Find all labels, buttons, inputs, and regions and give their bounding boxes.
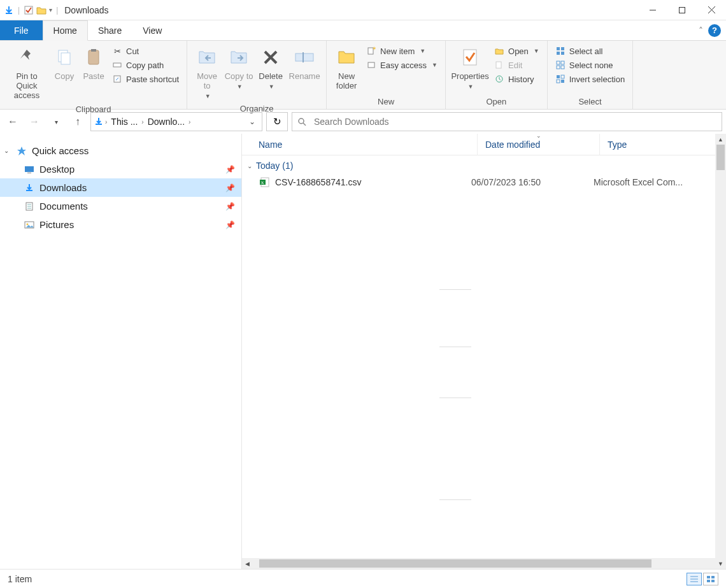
file-row[interactable]: X CSV-1688658741.csv 06/07/2023 16:50 Mi… — [247, 175, 726, 190]
nav-documents[interactable]: Documents 📌 — [0, 197, 241, 215]
copy-button[interactable]: Copy — [50, 43, 79, 83]
pin-icon: 📌 — [225, 183, 235, 192]
recent-locations-button[interactable]: ▾ — [47, 113, 65, 131]
chevron-right-icon[interactable]: › — [187, 118, 192, 125]
ribbon-group-select: Select all Select none Invert selection … — [548, 41, 633, 109]
column-name[interactable]: Name — [242, 134, 478, 155]
checkbox-qat-icon[interactable] — [24, 5, 34, 15]
content-pane: Name ⌄Date modified Type ⌄ Today (1) X C… — [242, 134, 726, 569]
move-to-button[interactable]: Move to▼ — [191, 43, 223, 102]
help-icon[interactable]: ? — [708, 24, 721, 37]
chevron-right-icon[interactable]: › — [104, 118, 108, 125]
scroll-down-icon[interactable]: ▼ — [715, 558, 726, 569]
svg-rect-22 — [561, 47, 564, 50]
history-button[interactable]: History — [493, 73, 541, 85]
svg-rect-25 — [557, 61, 560, 64]
svg-rect-0 — [25, 6, 32, 14]
new-item-button[interactable]: ✶New item▼ — [365, 45, 439, 57]
qat-dropdown-icon[interactable]: ▾ — [49, 6, 52, 13]
paste-icon — [82, 46, 105, 69]
downloads-location-icon — [94, 117, 104, 127]
breadcrumb-this-pc[interactable]: This ... — [108, 117, 140, 127]
copy-path-button[interactable]: Copy path — [111, 59, 180, 71]
quick-access-node[interactable]: ⌄ Quick access — [0, 141, 241, 160]
svg-text:✶: ✶ — [372, 47, 376, 52]
svg-line-34 — [303, 123, 306, 125]
nav-downloads[interactable]: Downloads 📌 — [0, 178, 241, 197]
refresh-button[interactable]: ↻ — [266, 112, 288, 131]
ribbon-group-new: New folder ✶New item▼ Easy access▼ New — [327, 41, 446, 109]
edit-button[interactable]: Edit — [493, 59, 541, 71]
excel-file-icon: X — [260, 177, 270, 187]
maximize-button[interactable] — [667, 0, 697, 20]
scroll-thumb[interactable] — [716, 145, 725, 170]
forward-button[interactable]: → — [25, 113, 43, 131]
search-box[interactable] — [292, 112, 722, 131]
collapse-ribbon-icon[interactable]: ˄ — [699, 25, 703, 36]
easy-access-button[interactable]: Easy access▼ — [365, 59, 439, 71]
window-title: Downloads — [64, 5, 108, 15]
share-tab[interactable]: Share — [88, 20, 132, 40]
breadcrumb-downloads[interactable]: Downlo... — [145, 117, 187, 127]
quick-access-toolbar: | ▾ | — [0, 5, 59, 15]
search-input[interactable] — [313, 116, 716, 127]
pin-icon: 📌 — [225, 165, 235, 174]
minimize-button[interactable] — [638, 0, 667, 20]
folder-qat-icon[interactable] — [36, 5, 46, 15]
title-bar: | ▾ | Downloads — [0, 0, 726, 20]
scroll-thumb[interactable] — [259, 559, 651, 568]
details-view-button[interactable] — [687, 573, 702, 585]
horizontal-scrollbar[interactable]: ◀ ▶ — [242, 558, 726, 569]
scroll-up-icon[interactable]: ▲ — [715, 134, 726, 145]
address-dropdown-icon[interactable]: ⌄ — [245, 117, 259, 126]
column-date-modified[interactable]: ⌄Date modified — [478, 134, 600, 155]
file-list[interactable]: ⌄ Today (1) X CSV-1688658741.csv 06/07/2… — [242, 155, 726, 558]
delete-button[interactable]: Delete▼ — [255, 43, 287, 92]
nav-desktop[interactable]: Desktop 📌 — [0, 160, 241, 178]
scroll-left-icon[interactable]: ◀ — [242, 558, 253, 569]
properties-button[interactable]: Properties▼ — [450, 43, 490, 92]
ribbon-group-label: Open — [450, 95, 543, 109]
group-header-today[interactable]: ⌄ Today (1) — [247, 155, 726, 175]
pin-to-quick-access-button[interactable]: Pin to Quick access — [4, 43, 50, 103]
navigation-bar: ← → ▾ ↑ › This ... › Downlo... › ⌄ ↻ — [0, 110, 726, 134]
column-type[interactable]: Type — [600, 134, 726, 155]
status-bar: 1 item — [0, 569, 726, 588]
nav-pictures[interactable]: Pictures 📌 — [0, 215, 241, 234]
home-tab[interactable]: Home — [43, 20, 88, 41]
faint-line — [439, 499, 471, 500]
paste-shortcut-button[interactable]: Paste shortcut — [111, 73, 180, 85]
up-button[interactable]: ↑ — [69, 113, 87, 131]
new-folder-button[interactable]: New folder — [331, 43, 362, 93]
view-tab[interactable]: View — [132, 20, 173, 40]
paste-button[interactable]: Paste — [79, 43, 108, 83]
ribbon-group-clipboard: Pin to Quick access Copy Paste ✂Cut Copy… — [0, 41, 187, 109]
select-none-button[interactable]: Select none — [554, 59, 626, 71]
rename-button[interactable]: Rename — [287, 43, 322, 83]
pin-icon — [15, 46, 38, 69]
collapse-icon[interactable]: ⌄ — [4, 147, 15, 154]
chevron-right-icon[interactable]: › — [140, 118, 145, 125]
ribbon-group-organize: Move to▼ Copy to▼ Delete▼ Rename Organiz… — [187, 41, 327, 109]
window-controls — [638, 0, 726, 20]
cut-button[interactable]: ✂Cut — [111, 45, 180, 57]
vertical-scrollbar[interactable]: ▲ ▼ — [715, 134, 726, 569]
back-button[interactable]: ← — [4, 113, 22, 131]
close-button[interactable] — [697, 0, 726, 20]
copy-icon — [53, 46, 76, 69]
svg-rect-9 — [113, 63, 121, 67]
select-all-button[interactable]: Select all — [554, 45, 626, 57]
address-bar[interactable]: › This ... › Downlo... › ⌄ — [90, 112, 262, 131]
file-tab[interactable]: File — [0, 20, 43, 40]
file-type: Microsoft Excel Com... — [594, 177, 726, 187]
invert-selection-button[interactable]: Invert selection — [554, 73, 626, 85]
chevron-down-icon: ⌄ — [247, 162, 252, 169]
edit-icon — [494, 60, 504, 70]
open-button[interactable]: Open▼ — [493, 45, 541, 57]
select-none-icon — [555, 60, 566, 70]
thumbnails-view-button[interactable] — [703, 573, 718, 585]
copy-to-button[interactable]: Copy to▼ — [223, 43, 255, 92]
svg-point-33 — [299, 118, 304, 124]
faint-line — [439, 347, 471, 347]
ribbon: Pin to Quick access Copy Paste ✂Cut Copy… — [0, 41, 726, 110]
